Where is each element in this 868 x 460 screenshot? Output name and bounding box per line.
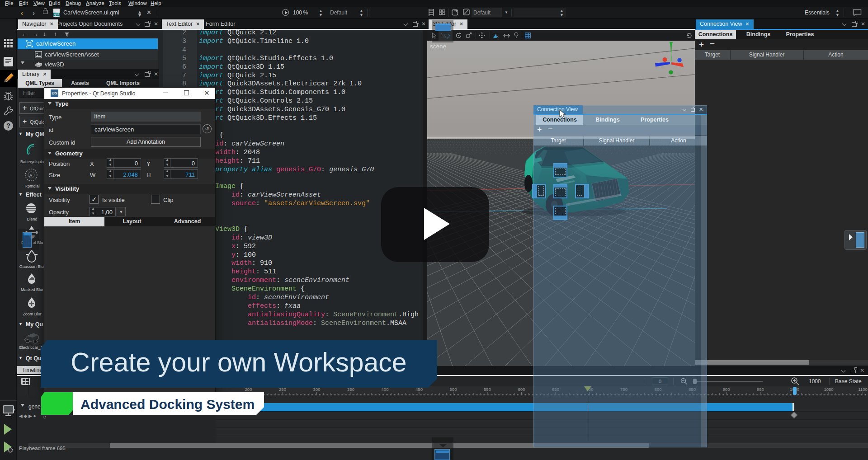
svg-text:400: 400 — [382, 387, 389, 392]
svg-text:scene: scene — [430, 43, 446, 50]
svg-text:600: 600 — [518, 387, 525, 392]
svg-text:750: 750 — [620, 387, 627, 392]
svg-text:500: 500 — [450, 387, 457, 392]
svg-text:450: 450 — [415, 387, 423, 392]
svg-text:A: A — [29, 173, 32, 178]
svg-text:200: 200 — [245, 387, 252, 392]
svg-text:900: 900 — [723, 387, 730, 392]
svg-text:250: 250 — [279, 387, 286, 392]
svg-text:1100: 1100 — [858, 387, 867, 392]
svg-text:650: 650 — [552, 387, 559, 392]
svg-text:800: 800 — [655, 387, 662, 392]
svg-text:350: 350 — [347, 387, 354, 392]
svg-text:550: 550 — [484, 387, 491, 392]
svg-text:850: 850 — [689, 387, 696, 392]
svg-text:1050: 1050 — [824, 387, 833, 392]
svg-text:950: 950 — [757, 387, 764, 392]
svg-text:300: 300 — [313, 387, 321, 392]
